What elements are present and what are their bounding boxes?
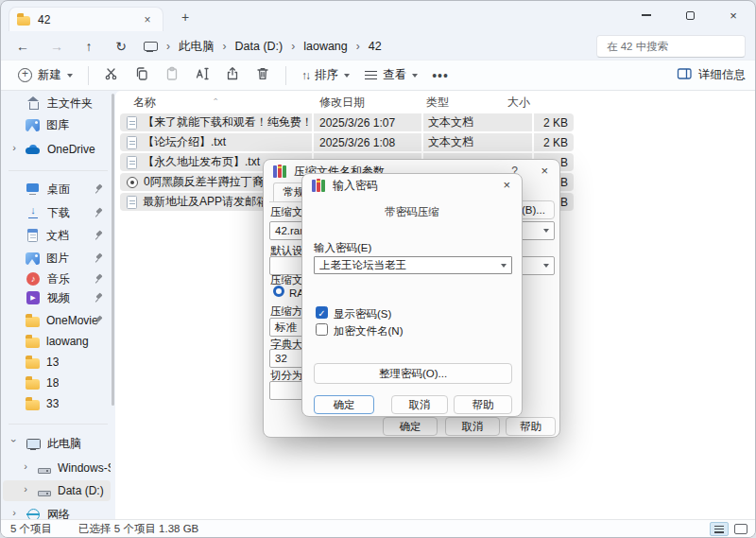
column-header-name[interactable]: 名称 <box>133 95 156 111</box>
encrypt-filenames-label: 加密文件名(N) <box>334 324 403 338</box>
chevron-down-icon[interactable] <box>501 264 507 268</box>
breadcrumb-laowang[interactable]: laowang <box>303 40 348 53</box>
scissors-icon <box>104 66 119 84</box>
paste-button[interactable] <box>157 63 187 88</box>
new-button[interactable]: 新建 <box>10 63 80 87</box>
organize-passwords-button[interactable]: 整理密码(O)... <box>314 363 512 384</box>
sort-button[interactable]: ↑↓ 排序 <box>294 63 357 87</box>
encrypt-filenames-checkbox[interactable] <box>316 323 328 336</box>
icons-view-toggle[interactable] <box>734 524 747 534</box>
column-header-date[interactable]: 修改日期 <box>319 95 365 111</box>
new-tab-button[interactable]: + <box>175 9 196 27</box>
tab-label: 42 <box>38 13 50 26</box>
show-password-checkbox[interactable]: ✓ <box>316 306 328 319</box>
close-icon[interactable]: × <box>541 164 548 178</box>
txt-file-icon <box>127 136 137 149</box>
minimize-button[interactable] <box>625 1 668 29</box>
archive-name-value: 42.rar <box>275 225 303 236</box>
sidebar-item-data-d[interactable]: ›Data (D:) <box>3 480 111 501</box>
paste-icon <box>164 66 180 84</box>
column-header-size[interactable]: 大小 <box>497 95 530 111</box>
maximize-button[interactable] <box>668 1 712 29</box>
tab-close-icon[interactable]: × <box>140 13 155 26</box>
sidebar-item-laowang[interactable]: laowang <box>3 331 111 352</box>
sidebar-item-downloads[interactable]: 下载 <box>3 202 111 223</box>
navigation-bar: ← → ↑ ↻ › 此电脑 › Data (D:) › laowang › 42 <box>1 31 755 60</box>
sidebar-item-videos[interactable]: 视频 <box>3 287 111 308</box>
command-toolbar: 新建 ↑↓ 排序 查看 ••• 详细信息 <box>1 60 755 91</box>
sidebar-item-onedrive[interactable]: ›OneDrive <box>3 139 111 160</box>
ok-button[interactable]: 确定 <box>383 417 438 436</box>
up-button[interactable]: ↑ <box>75 34 103 59</box>
help-button[interactable]: 帮助 <box>454 395 512 414</box>
desktop-icon <box>26 182 41 197</box>
chevron-right-icon[interactable]: › <box>9 142 19 153</box>
file-row[interactable]: 【论坛介绍】.txt 2025/3/26 1:08 文本文档 2 KB <box>120 133 574 151</box>
delete-button[interactable] <box>248 63 278 88</box>
close-window-button[interactable]: × <box>712 1 755 29</box>
sidebar-item-pictures[interactable]: 图片 <box>3 248 111 269</box>
sidebar-item-home[interactable]: 主文件夹 <box>3 93 111 113</box>
rename-button[interactable] <box>187 63 217 88</box>
close-icon[interactable]: × <box>503 178 510 192</box>
refresh-button[interactable]: ↻ <box>107 34 135 59</box>
forward-button[interactable]: → <box>43 34 71 59</box>
breadcrumb-42[interactable]: 42 <box>369 40 382 53</box>
file-date: 2025/3/26 1:08 <box>319 136 395 149</box>
sidebar-separator <box>9 170 108 171</box>
breadcrumb-data-d[interactable]: Data (D:) <box>235 40 284 53</box>
help-button[interactable]: 帮助 <box>506 417 556 436</box>
details-pane-button[interactable]: 详细信息 <box>677 66 746 84</box>
sidebar-item-18[interactable]: 18 <box>3 373 111 393</box>
maximize-icon <box>686 11 695 20</box>
view-button[interactable]: 查看 <box>357 63 425 87</box>
search-input[interactable] <box>605 40 754 53</box>
more-options-button[interactable]: ••• <box>425 63 455 88</box>
sidebar-item-documents[interactable]: 文档 <box>3 225 111 246</box>
password-input[interactable] <box>315 260 501 271</box>
share-button[interactable] <box>217 63 248 88</box>
music-icon <box>26 272 40 286</box>
show-password-label: 显示密码(S) <box>334 307 391 321</box>
explorer-tab[interactable]: 42 × <box>9 7 163 31</box>
folder-icon <box>26 400 40 410</box>
sidebar-item-onemovie[interactable]: OneMovie <box>3 310 111 331</box>
sidebar-item-this-pc[interactable]: ›此电脑 <box>3 433 111 454</box>
status-bar: 5 个项目 已选择 5 个项目 1.38 GB <box>1 519 755 537</box>
ok-button[interactable]: 确定 <box>314 395 374 414</box>
cut-button[interactable] <box>96 63 127 88</box>
cancel-button[interactable]: 取消 <box>391 395 448 414</box>
trash-icon <box>255 66 270 84</box>
breadcrumb-this-pc[interactable]: 此电脑 <box>179 39 215 55</box>
pin-icon <box>94 184 104 195</box>
sidebar-item-windows-ssd[interactable]: ›Windows-SSD <box>3 458 111 478</box>
cancel-button[interactable]: 取消 <box>445 417 500 436</box>
file-row[interactable]: 【来了就能下载和观看！纯免费！】.txt 2025/3/26 1:07 文本文档… <box>120 113 574 131</box>
pc-monitor-icon <box>26 436 41 451</box>
rar-format-radio[interactable] <box>273 286 284 297</box>
dict-value: 32 <box>275 353 287 364</box>
chevron-right-icon[interactable]: › <box>9 507 19 518</box>
video-icon <box>26 291 40 304</box>
selection-summary: 已选择 5 个项目 1.38 GB <box>78 522 198 536</box>
sidebar-item-music[interactable]: 音乐 <box>3 269 111 289</box>
document-icon <box>27 229 38 242</box>
pin-icon <box>94 274 104 285</box>
sidebar-item-gallery[interactable]: 图库 <box>3 114 111 135</box>
chevron-right-icon[interactable]: › <box>21 483 30 495</box>
sidebar-item-13[interactable]: 13 <box>3 352 111 373</box>
chevron-down-icon <box>412 74 418 78</box>
sidebar-item-33[interactable]: 33 <box>3 393 111 414</box>
column-header-type[interactable]: 类型 <box>426 95 449 111</box>
folder-icon <box>26 379 40 390</box>
back-button[interactable]: ← <box>9 34 37 59</box>
column-headers: 名称 › 修改日期 类型 大小 <box>119 93 755 112</box>
ellipsis-icon: ••• <box>432 68 449 83</box>
file-size: B <box>560 156 568 169</box>
chevron-down-icon[interactable]: › <box>9 436 20 445</box>
dialog-titlebar[interactable]: 输入密码 <box>302 174 522 197</box>
sidebar-item-desktop[interactable]: 桌面 <box>3 179 111 200</box>
details-view-toggle[interactable] <box>710 522 729 536</box>
chevron-right-icon[interactable]: › <box>21 460 30 472</box>
copy-button[interactable] <box>127 63 157 88</box>
